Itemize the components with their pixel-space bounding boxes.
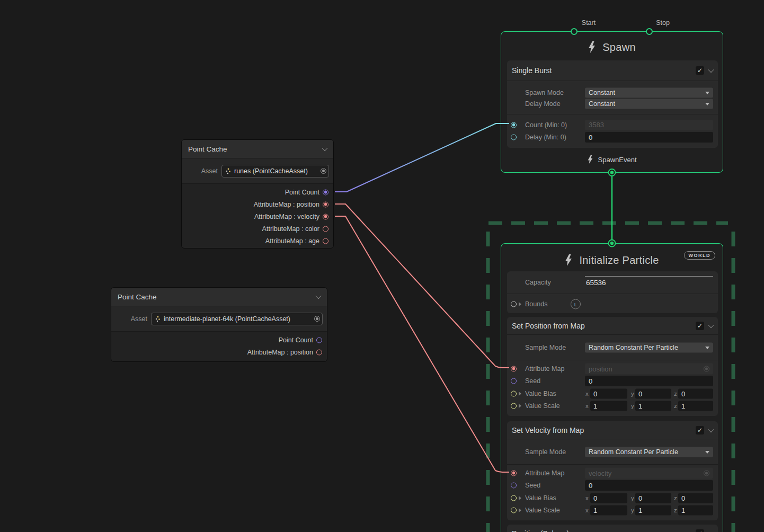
edge-velocity-to-attributemap[interactable]	[335, 216, 509, 472]
chevron-down-icon[interactable]	[708, 426, 714, 432]
chevron-down-icon[interactable]	[315, 293, 321, 299]
block-title: Single Burst	[512, 66, 552, 75]
asset-label: Asset	[111, 315, 147, 323]
count-input-port[interactable]	[511, 122, 517, 128]
sample-mode-row: Sample Mode Random Constant Per Particle	[507, 439, 718, 465]
local-space-icon[interactable]: L	[571, 299, 581, 309]
value-scale-z-field[interactable]: 1	[678, 401, 713, 411]
block-enabled-checkbox[interactable]	[696, 322, 704, 330]
point-count-output-port[interactable]	[316, 337, 322, 343]
object-picker-icon[interactable]	[314, 316, 320, 322]
delay-field[interactable]: 0	[585, 132, 713, 143]
spawn-mode-dropdown[interactable]: Constant	[585, 87, 713, 97]
output-row: AttributeMap : position	[111, 346, 327, 358]
point-count-output-port[interactable]	[323, 189, 328, 195]
attribute-map-value: position	[589, 365, 612, 373]
count-field[interactable]: 3583	[585, 120, 713, 130]
outputs: Point Count AttributeMap : position	[111, 332, 327, 361]
block-header[interactable]: Set Position from Map	[507, 317, 718, 335]
attribute-map-field[interactable]: position	[585, 363, 713, 374]
block-header[interactable]: Position (Sphere)	[507, 525, 718, 532]
chevron-down-icon[interactable]	[322, 145, 327, 151]
world-space-badge[interactable]: WORLD	[684, 251, 716, 260]
delay-input-port[interactable]	[511, 135, 517, 140]
asset-object-field[interactable]: intermediate-planet-64k (PointCacheAsset…	[151, 313, 323, 325]
value-scale-y-field[interactable]: 1	[635, 506, 671, 516]
attributemap-velocity-output-port[interactable]	[323, 214, 328, 219]
delay-mode-dropdown[interactable]: Constant	[585, 99, 713, 109]
foldout-triangle-icon[interactable]	[519, 508, 521, 512]
chevron-down-icon[interactable]	[708, 529, 714, 532]
sample-mode-row: Sample Mode Random Constant Per Particle	[507, 335, 718, 360]
value-scale-x-field[interactable]: 1	[590, 506, 627, 516]
capacity-row: Capacity 65536	[507, 271, 718, 294]
spawn-title-bar[interactable]: Spawn	[501, 35, 723, 59]
asset-object-field[interactable]: runes (PointCacheAsset)	[221, 165, 329, 178]
point-cache-header[interactable]: Point Cache	[111, 288, 327, 306]
block-enabled-checkbox[interactable]	[696, 426, 704, 435]
asset-value: intermediate-planet-64k (PointCacheAsset…	[164, 315, 290, 323]
output-label: AttributeMap : position	[247, 349, 313, 356]
seed-input-port[interactable]	[511, 483, 517, 489]
attribute-map-field[interactable]: velocity	[585, 467, 713, 478]
sample-mode-dropdown[interactable]: Random Constant Per Particle	[585, 447, 713, 457]
seed-input-port[interactable]	[511, 378, 517, 384]
delay-label: Delay (Min: 0)	[525, 134, 566, 141]
value-scale-input-port[interactable]	[511, 403, 517, 409]
value-bias-x-field[interactable]: 0	[590, 493, 627, 503]
single-burst-header[interactable]: Single Burst	[507, 60, 718, 81]
value-bias-input-port[interactable]	[511, 495, 517, 501]
value-scale-x-field[interactable]: 1	[590, 401, 627, 411]
attribute-map-input-port[interactable]	[511, 366, 517, 371]
foldout-triangle-icon[interactable]	[519, 302, 521, 306]
value-bias-z-field[interactable]: 0	[678, 388, 713, 398]
chevron-down-icon[interactable]	[708, 67, 714, 73]
foldout-triangle-icon[interactable]	[519, 496, 521, 500]
attribute-map-input-port[interactable]	[511, 470, 517, 476]
attributemap-position-output-port[interactable]	[323, 201, 328, 207]
foldout-triangle-icon[interactable]	[519, 392, 521, 396]
asset-label: Asset	[182, 167, 218, 175]
set-velocity-from-map-block: Set Velocity from Map Sample Mode Random…	[507, 421, 718, 520]
block-header[interactable]: Set Velocity from Map	[507, 421, 718, 439]
capacity-field[interactable]: 65536	[585, 276, 713, 287]
spawn-node[interactable]: Start Stop Spawn Single Burst Spawn Mode…	[501, 31, 723, 173]
start-flow-port[interactable]	[571, 28, 578, 35]
edge-pointcount-to-count[interactable]	[335, 123, 509, 192]
attributemap-color-output-port[interactable]	[323, 226, 328, 232]
value-bias-input-port[interactable]	[511, 391, 517, 396]
point-cache-header[interactable]: Point Cache	[182, 140, 333, 158]
value-bias-y-field[interactable]: 0	[635, 388, 671, 398]
attributemap-age-output-port[interactable]	[323, 238, 328, 244]
stop-flow-port[interactable]	[646, 28, 653, 35]
bounds-input-port[interactable]	[511, 301, 517, 307]
value-bias-z-field[interactable]: 0	[678, 493, 713, 503]
point-cache-planet-node[interactable]: Point Cache Asset intermediate-planet-64…	[111, 287, 327, 362]
seed-field[interactable]: 0	[585, 376, 713, 386]
value-bias-y-field[interactable]: 0	[635, 493, 671, 503]
object-picker-icon[interactable]	[704, 366, 709, 371]
foldout-triangle-icon[interactable]	[519, 404, 521, 408]
value-scale-y-field[interactable]: 1	[635, 401, 671, 411]
value-scale-z-field[interactable]: 1	[678, 506, 713, 516]
node-title: Point Cache	[188, 145, 227, 153]
block-enabled-checkbox[interactable]	[696, 66, 704, 75]
sample-mode-dropdown[interactable]: Random Constant Per Particle	[585, 342, 713, 352]
value-scale-input-port[interactable]	[511, 508, 517, 513]
output-label: AttributeMap : velocity	[254, 213, 319, 220]
object-picker-icon[interactable]	[704, 470, 709, 476]
output-row: AttributeMap : velocity	[182, 210, 333, 223]
object-picker-icon[interactable]	[321, 168, 326, 174]
output-label: Point Count	[279, 336, 313, 344]
attribute-map-row: Attribute Map position	[507, 362, 718, 375]
chevron-down-icon[interactable]	[708, 322, 714, 327]
edge-position-to-attributemap[interactable]	[335, 204, 509, 368]
seed-field[interactable]: 0	[585, 480, 713, 491]
vfx-graph-canvas[interactable]: Start Stop Spawn Single Burst Spawn Mode…	[0, 0, 764, 532]
initialize-particle-node[interactable]: Initialize Particle WORLD Capacity 65536…	[501, 243, 723, 532]
x-axis-label: x	[585, 507, 589, 513]
attributemap-position-output-port[interactable]	[316, 349, 322, 355]
value-bias-x-field[interactable]: 0	[590, 388, 627, 398]
block-enabled-checkbox[interactable]	[696, 529, 704, 532]
point-cache-runes-node[interactable]: Point Cache Asset runes (PointCacheAsset…	[181, 139, 334, 249]
